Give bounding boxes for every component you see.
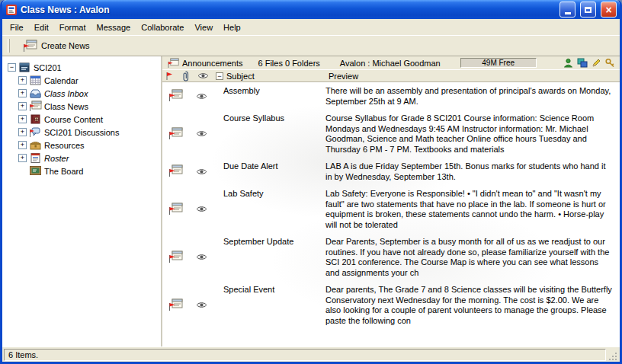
message-list: Assembly There will be an assembly and p… xyxy=(162,82,620,346)
message-row[interactable]: Assembly There will be an assembly and p… xyxy=(162,84,620,111)
message-icon-cell xyxy=(162,299,183,313)
message-row[interactable]: September Update Dear Parents, September… xyxy=(162,235,620,283)
message-row[interactable]: Lab Safety Lab Safety: Everyone is Respo… xyxy=(162,187,620,235)
menu-bar: File Edit Format Message Collaborate Vie… xyxy=(2,19,620,35)
tree-label: Class News xyxy=(44,102,88,111)
tree-item-roster[interactable]: + Roster xyxy=(5,152,161,164)
collapse-all-icon[interactable]: − xyxy=(216,72,223,80)
news-icon xyxy=(29,101,42,112)
book-icon xyxy=(29,113,42,125)
item-count: 6 Items. xyxy=(4,349,606,361)
collapse-expander[interactable]: − xyxy=(8,63,16,72)
header-icon-group xyxy=(563,58,615,68)
menu-edit[interactable]: Edit xyxy=(29,21,54,34)
tree-item-course-content[interactable]: + Course Content xyxy=(5,113,161,126)
layers-icon[interactable] xyxy=(577,58,588,68)
tree-label: Calendar xyxy=(44,76,79,85)
maximize-button[interactable] xyxy=(580,2,596,18)
minimize-button[interactable] xyxy=(559,2,576,18)
news-item-flag-icon xyxy=(168,127,183,140)
message-row[interactable]: Course Syllabus Course Syllabus for Grad… xyxy=(162,111,620,159)
message-preview: There will be an assembly and presentati… xyxy=(325,86,615,107)
menu-help[interactable]: Help xyxy=(218,21,246,34)
message-icon-cell xyxy=(162,89,183,104)
status-bar: 6 Items. xyxy=(2,346,620,362)
tree-item-sci201[interactable]: − SCI201 xyxy=(5,61,161,74)
message-preview: Course Syllabus for Grade 8 SCI201 Cours… xyxy=(325,113,615,155)
expand-expander[interactable]: + xyxy=(18,141,27,149)
folder-tree: − SCI201 + Calendar xyxy=(2,56,162,346)
title-bar[interactable]: Class News : Avalon × xyxy=(2,0,620,19)
column-flag[interactable] xyxy=(162,72,179,81)
toolbar: Create News xyxy=(2,35,620,56)
message-preview: LAB A is due Friday September 15th. Bonu… xyxy=(325,161,615,182)
close-button[interactable]: × xyxy=(601,2,617,18)
key-icon[interactable] xyxy=(605,58,615,68)
create-news-button[interactable]: Create News xyxy=(17,38,95,54)
menu-view[interactable]: View xyxy=(189,21,218,34)
tree-label: SCI201 Discussions xyxy=(44,128,119,137)
message-preview: Dear Parents, September is a busy month … xyxy=(325,237,615,278)
news-item-flag-icon xyxy=(168,89,183,102)
pencil-icon[interactable] xyxy=(592,58,601,68)
news-item-flag-icon xyxy=(168,164,183,177)
close-icon: × xyxy=(605,5,611,15)
tree-item-resources[interactable]: + Resources xyxy=(5,139,161,152)
resources-icon xyxy=(29,139,42,151)
resize-grip[interactable] xyxy=(608,350,618,362)
message-subject: Assembly xyxy=(213,86,325,95)
tree-item-class-inbox[interactable]: + Class Inbox xyxy=(5,87,161,100)
menu-file[interactable]: File xyxy=(5,21,29,34)
user-icon[interactable] xyxy=(563,58,573,68)
toolbar-gripper xyxy=(8,39,10,53)
expand-expander[interactable]: + xyxy=(18,128,27,136)
expand-expander[interactable]: + xyxy=(18,115,27,123)
calendar-icon xyxy=(29,75,42,86)
tree-item-class-news[interactable]: + Class News xyxy=(5,100,161,113)
message-subject: Course Syllabus xyxy=(213,113,325,123)
flag-column-icon xyxy=(165,72,174,81)
news-item-flag-icon xyxy=(168,251,183,263)
news-item-flag-icon xyxy=(168,203,183,216)
message-row[interactable]: Special Event Dear parents, The Grade 7 … xyxy=(162,283,620,330)
item-count-text: 6 Items. xyxy=(8,350,38,359)
expand-expander[interactable]: + xyxy=(18,76,27,85)
column-preview[interactable]: Preview xyxy=(325,72,620,81)
content-panel: Announcements 6 Files 0 Folders Avalon :… xyxy=(162,56,620,346)
message-icon-cell xyxy=(162,164,183,179)
expand-expander[interactable]: + xyxy=(18,102,27,110)
app-icon xyxy=(5,4,18,16)
preview-column-label: Preview xyxy=(329,72,358,81)
board-icon xyxy=(29,165,42,177)
menu-message[interactable]: Message xyxy=(91,21,136,34)
course-icon xyxy=(18,62,31,73)
message-preview: Lab Safety: Everyone is Responsible! • "… xyxy=(325,189,615,230)
message-subject: September Update xyxy=(213,237,325,246)
column-unread[interactable] xyxy=(194,72,213,79)
message-row[interactable]: Due Date Alert LAB A is due Friday Septe… xyxy=(162,159,620,187)
announcements-icon xyxy=(167,58,179,69)
tree-item-calendar[interactable]: + Calendar xyxy=(5,74,161,87)
subject-column-label: Subject xyxy=(226,72,255,81)
column-subject[interactable]: − Subject xyxy=(213,72,325,81)
tree-label: SCI201 xyxy=(34,63,62,72)
message-subject: Special Event xyxy=(213,285,325,294)
tree-label: Course Content xyxy=(44,115,103,124)
menu-format[interactable]: Format xyxy=(54,21,91,34)
tree-item-the-board[interactable]: The Board xyxy=(5,164,161,177)
create-news-icon xyxy=(22,40,37,53)
menu-collaborate[interactable]: Collaborate xyxy=(136,21,189,34)
app-window: Class News : Avalon × File Edit Format M… xyxy=(0,0,622,364)
expand-expander[interactable]: + xyxy=(18,154,27,162)
message-icon-cell xyxy=(162,251,183,265)
roster-icon xyxy=(29,152,42,164)
message-icon-cell xyxy=(162,127,183,142)
unread-eye-icon xyxy=(194,253,207,262)
tree-item-sci201-discussions[interactable]: + SCI201 Discussions xyxy=(5,126,161,139)
column-attachment[interactable] xyxy=(179,71,194,81)
unread-eye-icon xyxy=(194,92,207,101)
expand-expander[interactable]: + xyxy=(18,89,27,97)
unread-eye-icon xyxy=(194,129,207,139)
disk-free-gauge: 49M Free xyxy=(460,58,537,68)
message-subject: Lab Safety xyxy=(213,189,325,198)
